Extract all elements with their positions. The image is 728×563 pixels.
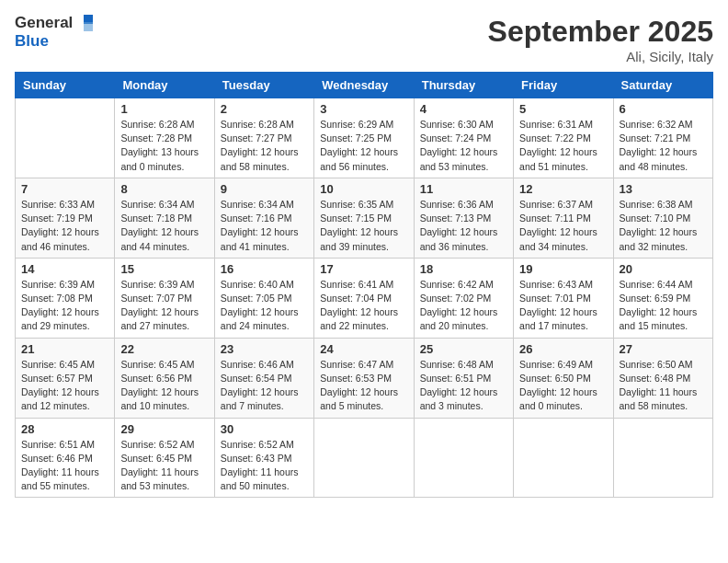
- page-header: General Blue September 2025 Ali, Sicily,…: [15, 15, 713, 64]
- calendar-cell: 6Sunrise: 6:32 AM Sunset: 7:21 PM Daylig…: [613, 98, 712, 178]
- day-info: Sunrise: 6:35 AM Sunset: 7:15 PM Dayligh…: [320, 198, 407, 254]
- day-number: 2: [221, 102, 308, 116]
- day-info: Sunrise: 6:34 AM Sunset: 7:16 PM Dayligh…: [221, 198, 308, 254]
- day-info: Sunrise: 6:49 AM Sunset: 6:50 PM Dayligh…: [519, 358, 607, 414]
- day-number: 9: [221, 182, 308, 196]
- day-number: 13: [620, 182, 707, 196]
- day-info: Sunrise: 6:28 AM Sunset: 7:28 PM Dayligh…: [120, 118, 208, 174]
- calendar-cell: 7Sunrise: 6:33 AM Sunset: 7:19 PM Daylig…: [16, 178, 115, 258]
- calendar-cell: 1Sunrise: 6:28 AM Sunset: 7:28 PM Daylig…: [115, 98, 214, 178]
- calendar-cell: 14Sunrise: 6:39 AM Sunset: 7:08 PM Dayli…: [16, 258, 115, 338]
- day-info: Sunrise: 6:38 AM Sunset: 7:10 PM Dayligh…: [620, 198, 707, 254]
- calendar-day-header: Monday: [115, 73, 214, 98]
- day-number: 6: [620, 102, 707, 116]
- day-info: Sunrise: 6:40 AM Sunset: 7:05 PM Dayligh…: [221, 278, 308, 334]
- calendar-cell: 19Sunrise: 6:43 AM Sunset: 7:01 PM Dayli…: [514, 258, 613, 338]
- day-info: Sunrise: 6:28 AM Sunset: 7:27 PM Dayligh…: [221, 118, 308, 174]
- calendar-cell: 4Sunrise: 6:30 AM Sunset: 7:24 PM Daylig…: [414, 98, 513, 178]
- day-info: Sunrise: 6:50 AM Sunset: 6:48 PM Dayligh…: [620, 358, 707, 414]
- day-info: Sunrise: 6:51 AM Sunset: 6:46 PM Dayligh…: [21, 438, 108, 494]
- day-info: Sunrise: 6:37 AM Sunset: 7:11 PM Dayligh…: [519, 198, 607, 254]
- day-info: Sunrise: 6:32 AM Sunset: 7:21 PM Dayligh…: [620, 118, 707, 174]
- calendar-cell: 18Sunrise: 6:42 AM Sunset: 7:02 PM Dayli…: [414, 258, 513, 338]
- day-info: Sunrise: 6:52 AM Sunset: 6:45 PM Dayligh…: [120, 438, 208, 494]
- logo-general: General: [15, 15, 73, 32]
- day-number: 17: [320, 262, 407, 276]
- day-info: Sunrise: 6:34 AM Sunset: 7:18 PM Dayligh…: [120, 198, 208, 254]
- day-number: 14: [21, 262, 108, 276]
- day-number: 10: [320, 182, 407, 196]
- calendar-cell: 8Sunrise: 6:34 AM Sunset: 7:18 PM Daylig…: [115, 178, 214, 258]
- calendar-cell: 23Sunrise: 6:46 AM Sunset: 6:54 PM Dayli…: [214, 338, 313, 418]
- day-number: 12: [519, 182, 607, 196]
- day-info: Sunrise: 6:42 AM Sunset: 7:02 PM Dayligh…: [420, 278, 507, 334]
- day-number: 21: [21, 342, 108, 356]
- calendar-day-header: Friday: [514, 73, 613, 98]
- day-info: Sunrise: 6:39 AM Sunset: 7:08 PM Dayligh…: [21, 278, 108, 334]
- day-info: Sunrise: 6:48 AM Sunset: 6:51 PM Dayligh…: [420, 358, 507, 414]
- day-number: 29: [120, 422, 208, 436]
- day-number: 20: [620, 262, 707, 276]
- calendar-cell: 2Sunrise: 6:28 AM Sunset: 7:27 PM Daylig…: [214, 98, 313, 178]
- calendar-cell: [16, 98, 115, 178]
- day-number: 24: [320, 342, 407, 356]
- calendar-week-row: 7Sunrise: 6:33 AM Sunset: 7:19 PM Daylig…: [16, 178, 713, 258]
- day-number: 18: [420, 262, 507, 276]
- day-info: Sunrise: 6:29 AM Sunset: 7:25 PM Dayligh…: [320, 118, 407, 174]
- calendar-cell: 30Sunrise: 6:52 AM Sunset: 6:43 PM Dayli…: [214, 418, 313, 498]
- day-info: Sunrise: 6:36 AM Sunset: 7:13 PM Dayligh…: [420, 198, 507, 254]
- calendar-cell: [314, 418, 414, 498]
- calendar-cell: 16Sunrise: 6:40 AM Sunset: 7:05 PM Dayli…: [214, 258, 313, 338]
- svg-marker-1: [84, 22, 93, 31]
- day-info: Sunrise: 6:52 AM Sunset: 6:43 PM Dayligh…: [221, 438, 308, 494]
- calendar-cell: 17Sunrise: 6:41 AM Sunset: 7:04 PM Dayli…: [314, 258, 414, 338]
- calendar-week-row: 21Sunrise: 6:45 AM Sunset: 6:57 PM Dayli…: [16, 338, 713, 418]
- day-info: Sunrise: 6:33 AM Sunset: 7:19 PM Dayligh…: [21, 198, 108, 254]
- calendar-cell: 20Sunrise: 6:44 AM Sunset: 6:59 PM Dayli…: [613, 258, 712, 338]
- calendar-cell: 21Sunrise: 6:45 AM Sunset: 6:57 PM Dayli…: [16, 338, 115, 418]
- logo-container: General Blue: [15, 15, 93, 50]
- calendar-cell: 25Sunrise: 6:48 AM Sunset: 6:51 PM Dayli…: [414, 338, 513, 418]
- calendar-day-header: Tuesday: [214, 73, 313, 98]
- month-title: September 2025: [488, 15, 713, 49]
- calendar-cell: 12Sunrise: 6:37 AM Sunset: 7:11 PM Dayli…: [514, 178, 613, 258]
- day-info: Sunrise: 6:43 AM Sunset: 7:01 PM Dayligh…: [519, 278, 607, 334]
- day-info: Sunrise: 6:44 AM Sunset: 6:59 PM Dayligh…: [620, 278, 707, 334]
- calendar-cell: 13Sunrise: 6:38 AM Sunset: 7:10 PM Dayli…: [613, 178, 712, 258]
- day-number: 5: [519, 102, 607, 116]
- day-number: 8: [120, 182, 208, 196]
- day-number: 25: [420, 342, 507, 356]
- day-number: 22: [120, 342, 208, 356]
- day-info: Sunrise: 6:41 AM Sunset: 7:04 PM Dayligh…: [320, 278, 407, 334]
- calendar-week-row: 28Sunrise: 6:51 AM Sunset: 6:46 PM Dayli…: [16, 418, 713, 498]
- calendar-day-header: Wednesday: [314, 73, 414, 98]
- calendar-cell: 27Sunrise: 6:50 AM Sunset: 6:48 PM Dayli…: [613, 338, 712, 418]
- calendar-cell: 5Sunrise: 6:31 AM Sunset: 7:22 PM Daylig…: [514, 98, 613, 178]
- day-number: 16: [221, 262, 308, 276]
- day-number: 23: [221, 342, 308, 356]
- calendar-cell: [414, 418, 513, 498]
- calendar-cell: [613, 418, 712, 498]
- calendar-cell: 10Sunrise: 6:35 AM Sunset: 7:15 PM Dayli…: [314, 178, 414, 258]
- logo: General Blue: [15, 15, 93, 50]
- calendar-cell: [514, 418, 613, 498]
- day-number: 19: [519, 262, 607, 276]
- day-info: Sunrise: 6:31 AM Sunset: 7:22 PM Dayligh…: [519, 118, 607, 174]
- day-number: 30: [221, 422, 308, 436]
- calendar-cell: 3Sunrise: 6:29 AM Sunset: 7:25 PM Daylig…: [314, 98, 414, 178]
- logo-flag-icon: [74, 15, 93, 31]
- day-number: 3: [320, 102, 407, 116]
- calendar-day-header: Thursday: [414, 73, 513, 98]
- calendar-week-row: 1Sunrise: 6:28 AM Sunset: 7:28 PM Daylig…: [16, 98, 713, 178]
- day-info: Sunrise: 6:39 AM Sunset: 7:07 PM Dayligh…: [120, 278, 208, 334]
- day-info: Sunrise: 6:30 AM Sunset: 7:24 PM Dayligh…: [420, 118, 507, 174]
- calendar-cell: 29Sunrise: 6:52 AM Sunset: 6:45 PM Dayli…: [115, 418, 214, 498]
- calendar-day-header: Sunday: [16, 73, 115, 98]
- calendar-day-header: Saturday: [613, 73, 712, 98]
- day-number: 28: [21, 422, 108, 436]
- calendar-table: SundayMondayTuesdayWednesdayThursdayFrid…: [15, 72, 713, 498]
- calendar-cell: 28Sunrise: 6:51 AM Sunset: 6:46 PM Dayli…: [16, 418, 115, 498]
- logo-blue: Blue: [15, 32, 49, 50]
- location-title: Ali, Sicily, Italy: [488, 49, 713, 64]
- day-number: 1: [120, 102, 208, 116]
